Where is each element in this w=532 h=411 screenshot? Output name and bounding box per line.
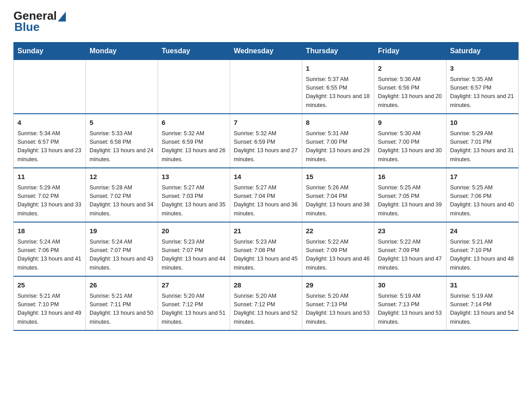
calendar-day-cell: 3Sunrise: 5:35 AM Sunset: 6:57 PM Daylig… bbox=[446, 60, 519, 114]
day-info: Sunrise: 5:34 AM Sunset: 6:57 PM Dayligh… bbox=[17, 129, 82, 164]
calendar-day-cell: 11Sunrise: 5:29 AM Sunset: 7:02 PM Dayli… bbox=[14, 168, 86, 222]
day-number: 14 bbox=[234, 172, 298, 182]
calendar-day-cell: 29Sunrise: 5:20 AM Sunset: 7:13 PM Dayli… bbox=[302, 276, 374, 330]
day-number: 9 bbox=[378, 118, 442, 128]
day-info: Sunrise: 5:25 AM Sunset: 7:05 PM Dayligh… bbox=[378, 184, 442, 218]
day-of-week-header: Saturday bbox=[446, 43, 519, 60]
day-number: 30 bbox=[378, 280, 442, 291]
calendar-day-cell: 8Sunrise: 5:31 AM Sunset: 7:00 PM Daylig… bbox=[302, 114, 374, 168]
calendar-day-cell: 9Sunrise: 5:30 AM Sunset: 7:00 PM Daylig… bbox=[374, 114, 446, 168]
day-info: Sunrise: 5:28 AM Sunset: 7:02 PM Dayligh… bbox=[90, 184, 154, 218]
day-info: Sunrise: 5:20 AM Sunset: 7:13 PM Dayligh… bbox=[306, 292, 370, 327]
calendar-day-cell: 21Sunrise: 5:23 AM Sunset: 7:08 PM Dayli… bbox=[230, 222, 302, 276]
calendar-day-cell: 19Sunrise: 5:24 AM Sunset: 7:07 PM Dayli… bbox=[86, 222, 158, 276]
day-number: 12 bbox=[90, 172, 154, 182]
day-number: 3 bbox=[450, 64, 515, 74]
day-number: 29 bbox=[306, 280, 370, 291]
day-info: Sunrise: 5:30 AM Sunset: 7:00 PM Dayligh… bbox=[378, 129, 442, 164]
day-number: 25 bbox=[17, 280, 82, 291]
calendar-week-row: 11Sunrise: 5:29 AM Sunset: 7:02 PM Dayli… bbox=[14, 168, 519, 222]
calendar-table: SundayMondayTuesdayWednesdayThursdayFrid… bbox=[13, 42, 519, 331]
calendar-week-row: 4Sunrise: 5:34 AM Sunset: 6:57 PM Daylig… bbox=[14, 114, 519, 168]
day-info: Sunrise: 5:27 AM Sunset: 7:03 PM Dayligh… bbox=[162, 184, 226, 218]
day-info: Sunrise: 5:35 AM Sunset: 6:57 PM Dayligh… bbox=[450, 75, 515, 110]
calendar-day-cell: 2Sunrise: 5:36 AM Sunset: 6:56 PM Daylig… bbox=[374, 60, 446, 114]
day-number: 6 bbox=[162, 118, 226, 128]
day-of-week-header: Thursday bbox=[302, 43, 374, 60]
day-number: 7 bbox=[234, 118, 298, 128]
day-number: 8 bbox=[306, 118, 370, 128]
logo-arrow-icon bbox=[58, 12, 66, 21]
calendar-day-cell: 4Sunrise: 5:34 AM Sunset: 6:57 PM Daylig… bbox=[14, 114, 86, 168]
day-info: Sunrise: 5:37 AM Sunset: 6:55 PM Dayligh… bbox=[306, 75, 370, 110]
day-info: Sunrise: 5:21 AM Sunset: 7:10 PM Dayligh… bbox=[17, 292, 82, 327]
svg-marker-0 bbox=[58, 12, 66, 21]
calendar-day-cell: 23Sunrise: 5:22 AM Sunset: 7:09 PM Dayli… bbox=[374, 222, 446, 276]
calendar-day-cell: 16Sunrise: 5:25 AM Sunset: 7:05 PM Dayli… bbox=[374, 168, 446, 222]
calendar-day-cell: 30Sunrise: 5:19 AM Sunset: 7:13 PM Dayli… bbox=[374, 276, 446, 330]
day-number: 4 bbox=[17, 118, 82, 128]
calendar-day-cell: 18Sunrise: 5:24 AM Sunset: 7:06 PM Dayli… bbox=[14, 222, 86, 276]
calendar-day-cell: 13Sunrise: 5:27 AM Sunset: 7:03 PM Dayli… bbox=[158, 168, 230, 222]
day-of-week-header: Wednesday bbox=[230, 43, 302, 60]
calendar-day-cell: 12Sunrise: 5:28 AM Sunset: 7:02 PM Dayli… bbox=[86, 168, 158, 222]
day-info: Sunrise: 5:21 AM Sunset: 7:10 PM Dayligh… bbox=[450, 238, 515, 273]
day-info: Sunrise: 5:20 AM Sunset: 7:12 PM Dayligh… bbox=[162, 292, 226, 327]
day-info: Sunrise: 5:22 AM Sunset: 7:09 PM Dayligh… bbox=[306, 238, 370, 273]
calendar-day-cell: 6Sunrise: 5:32 AM Sunset: 6:59 PM Daylig… bbox=[158, 114, 230, 168]
day-number: 10 bbox=[450, 118, 515, 128]
day-number: 15 bbox=[306, 172, 370, 182]
logo-blue-text: Blue bbox=[14, 20, 39, 34]
day-info: Sunrise: 5:24 AM Sunset: 7:07 PM Dayligh… bbox=[90, 238, 154, 273]
day-info: Sunrise: 5:32 AM Sunset: 6:59 PM Dayligh… bbox=[162, 129, 226, 164]
day-number: 11 bbox=[17, 172, 82, 182]
day-info: Sunrise: 5:19 AM Sunset: 7:14 PM Dayligh… bbox=[450, 292, 515, 327]
day-number: 28 bbox=[234, 280, 298, 291]
day-number: 2 bbox=[378, 64, 442, 74]
day-number: 13 bbox=[162, 172, 226, 182]
calendar-day-cell: 10Sunrise: 5:29 AM Sunset: 7:01 PM Dayli… bbox=[446, 114, 519, 168]
day-info: Sunrise: 5:19 AM Sunset: 7:13 PM Dayligh… bbox=[378, 292, 442, 327]
calendar-day-cell: 26Sunrise: 5:21 AM Sunset: 7:11 PM Dayli… bbox=[86, 276, 158, 330]
day-number: 19 bbox=[90, 226, 154, 236]
day-info: Sunrise: 5:21 AM Sunset: 7:11 PM Dayligh… bbox=[90, 292, 154, 327]
day-of-week-header: Friday bbox=[374, 43, 446, 60]
day-of-week-header: Tuesday bbox=[158, 43, 230, 60]
day-number: 20 bbox=[162, 226, 226, 236]
calendar-day-cell: 17Sunrise: 5:25 AM Sunset: 7:06 PM Dayli… bbox=[446, 168, 519, 222]
calendar-day-cell: 22Sunrise: 5:22 AM Sunset: 7:09 PM Dayli… bbox=[302, 222, 374, 276]
day-of-week-header: Sunday bbox=[14, 43, 86, 60]
calendar-day-cell: 28Sunrise: 5:20 AM Sunset: 7:12 PM Dayli… bbox=[230, 276, 302, 330]
calendar-day-cell bbox=[14, 60, 86, 114]
day-number: 16 bbox=[378, 172, 442, 182]
calendar-day-cell: 31Sunrise: 5:19 AM Sunset: 7:14 PM Dayli… bbox=[446, 276, 519, 330]
day-info: Sunrise: 5:27 AM Sunset: 7:04 PM Dayligh… bbox=[234, 184, 298, 218]
day-info: Sunrise: 5:25 AM Sunset: 7:06 PM Dayligh… bbox=[450, 184, 515, 218]
calendar-day-cell: 5Sunrise: 5:33 AM Sunset: 6:58 PM Daylig… bbox=[86, 114, 158, 168]
calendar-day-cell: 1Sunrise: 5:37 AM Sunset: 6:55 PM Daylig… bbox=[302, 60, 374, 114]
day-number: 24 bbox=[450, 226, 515, 236]
day-number: 1 bbox=[306, 64, 370, 74]
day-number: 22 bbox=[306, 226, 370, 236]
calendar-week-row: 18Sunrise: 5:24 AM Sunset: 7:06 PM Dayli… bbox=[14, 222, 519, 276]
day-of-week-header: Monday bbox=[86, 43, 158, 60]
calendar-day-cell bbox=[86, 60, 158, 114]
day-number: 31 bbox=[450, 280, 515, 291]
page-header: General Blue bbox=[13, 9, 519, 34]
calendar-week-row: 1Sunrise: 5:37 AM Sunset: 6:55 PM Daylig… bbox=[14, 60, 519, 114]
day-info: Sunrise: 5:33 AM Sunset: 6:58 PM Dayligh… bbox=[90, 129, 154, 164]
calendar-header-row: SundayMondayTuesdayWednesdayThursdayFrid… bbox=[14, 43, 519, 60]
day-info: Sunrise: 5:32 AM Sunset: 6:59 PM Dayligh… bbox=[234, 129, 298, 164]
calendar-day-cell: 14Sunrise: 5:27 AM Sunset: 7:04 PM Dayli… bbox=[230, 168, 302, 222]
calendar-day-cell: 25Sunrise: 5:21 AM Sunset: 7:10 PM Dayli… bbox=[14, 276, 86, 330]
day-info: Sunrise: 5:20 AM Sunset: 7:12 PM Dayligh… bbox=[234, 292, 298, 327]
calendar-day-cell: 15Sunrise: 5:26 AM Sunset: 7:04 PM Dayli… bbox=[302, 168, 374, 222]
day-number: 21 bbox=[234, 226, 298, 236]
day-number: 18 bbox=[17, 226, 82, 236]
day-info: Sunrise: 5:26 AM Sunset: 7:04 PM Dayligh… bbox=[306, 184, 370, 218]
day-number: 27 bbox=[162, 280, 226, 291]
day-info: Sunrise: 5:29 AM Sunset: 7:01 PM Dayligh… bbox=[450, 129, 515, 164]
calendar-day-cell bbox=[158, 60, 230, 114]
calendar-day-cell: 27Sunrise: 5:20 AM Sunset: 7:12 PM Dayli… bbox=[158, 276, 230, 330]
day-info: Sunrise: 5:23 AM Sunset: 7:08 PM Dayligh… bbox=[234, 238, 298, 273]
